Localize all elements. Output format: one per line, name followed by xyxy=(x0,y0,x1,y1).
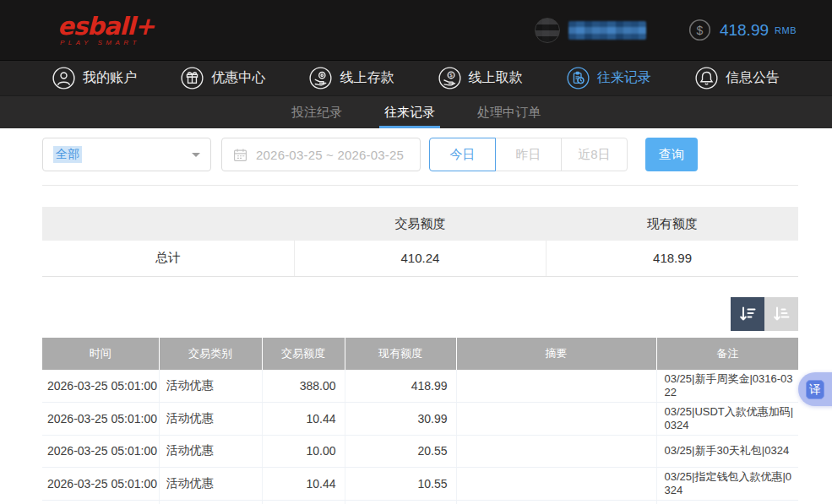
cell-time: 2026-03-25 05:01:00 xyxy=(42,402,159,435)
nav-item-my-account[interactable]: 我的账户 xyxy=(52,67,137,89)
sort-ascending-icon xyxy=(771,304,791,324)
sort-descending-icon xyxy=(737,304,758,324)
nav-item-promotions[interactable]: 优惠中心 xyxy=(181,67,265,89)
balance-amount: 418.99 xyxy=(720,21,769,40)
cell-type: 活动优惠 xyxy=(159,467,262,500)
nav-label: 往来记录 xyxy=(597,69,651,87)
cell-time: 2026-03-25 05:01:00 xyxy=(42,467,159,500)
username-redacted xyxy=(568,21,646,40)
sort-ascending-button[interactable] xyxy=(764,297,798,331)
summary-header-row: 交易额度 现有额度 xyxy=(42,207,798,241)
cell-summary xyxy=(456,370,656,403)
cell-time: 2026-03-25 05:01:00 xyxy=(42,370,159,403)
cell-time: 2026-03-25 05:01:00 xyxy=(42,435,159,467)
nav-item-announcements[interactable]: 信息公告 xyxy=(695,67,780,89)
brand-tagline: PLAY SMART xyxy=(60,39,154,46)
cell-remark: 03/25|新手周奖金|0316-0322 xyxy=(656,370,798,403)
records-header-row: 时间 交易类别 交易额度 现有额度 摘要 备注 xyxy=(42,338,798,370)
table-row: 2026-03-25 05:01:00 活动优惠 388.00 418.99 0… xyxy=(42,370,798,403)
cell-remark: 03/25|新手30天礼包|0324 xyxy=(656,435,798,467)
records-table: 时间 交易类别 交易额度 现有额度 摘要 备注 2026-03-25 05:01… xyxy=(42,338,798,504)
nav-item-transaction-records[interactable]: 往来记录 xyxy=(567,67,651,89)
col-transaction-amount: 交易额度 xyxy=(262,338,345,370)
user-icon xyxy=(52,67,75,89)
cell-type: 活动优惠 xyxy=(159,370,262,403)
records-clipboard-clock-icon xyxy=(567,67,590,89)
cell-transaction-amount: 10.00 xyxy=(262,435,345,467)
summary-header-empty xyxy=(42,207,294,241)
cell-remark: 03/25|USDT入款优惠加码|0324 xyxy=(656,402,798,435)
cell-remark: 03/25|指定钱包入款优惠|0324 xyxy=(656,467,798,500)
col-time: 时间 xyxy=(42,338,159,370)
chevron-down-icon xyxy=(192,153,200,161)
sort-descending-button[interactable] xyxy=(731,297,764,331)
svg-text:$: $ xyxy=(697,24,704,37)
yesterday-button[interactable]: 昨日 xyxy=(495,138,562,171)
main-navigation: 我的账户 优惠中心 线上存款 $ 线上取款 往来记录 xyxy=(0,60,832,95)
sub-navigation: 投注纪录 往来记录 处理中订单 xyxy=(0,95,832,128)
cell-current-amount: 30.99 xyxy=(345,402,456,435)
avatar[interactable] xyxy=(535,18,560,43)
quick-date-group: 今日 昨日 近8日 xyxy=(429,138,628,171)
table-row-partial xyxy=(42,500,798,504)
col-current-amount: 现有额度 xyxy=(345,338,456,370)
balance-currency: RMB xyxy=(775,25,797,35)
sort-controls xyxy=(42,297,798,331)
cell-type: 活动优惠 xyxy=(159,435,262,467)
translate-fab[interactable]: 译 xyxy=(798,372,832,406)
nav-label: 信息公告 xyxy=(726,69,780,87)
last-8-days-button[interactable]: 近8日 xyxy=(561,138,628,171)
filter-row: 全部 2026-03-25 ~ 2026-03-25 今日 昨日 近8日 查询 xyxy=(42,138,798,171)
cell-summary xyxy=(456,435,656,467)
cell-transaction-amount: 10.44 xyxy=(262,402,345,435)
table-row: 2026-03-25 05:01:00 活动优惠 10.44 30.99 03/… xyxy=(42,402,798,435)
cell-transaction-amount: 388.00 xyxy=(262,370,345,403)
category-select[interactable]: 全部 xyxy=(42,138,211,171)
cell-current-amount: 20.55 xyxy=(345,435,456,467)
col-summary: 摘要 xyxy=(456,338,656,370)
summary-total-current: 418.99 xyxy=(547,241,798,276)
tab-pending-orders[interactable]: 处理中订单 xyxy=(456,96,562,128)
query-button[interactable]: 查询 xyxy=(645,138,698,171)
summary-table: 交易额度 现有额度 总计 410.24 418.99 xyxy=(42,207,798,277)
top-bar: esball+ PLAY SMART $ 418.99 RMB xyxy=(0,0,832,60)
nav-label: 优惠中心 xyxy=(211,69,265,87)
table-row: 2026-03-25 05:01:00 活动优惠 10.44 10.55 03/… xyxy=(42,467,798,500)
brand-logo[interactable]: esball+ PLAY SMART xyxy=(57,14,154,46)
svg-text:$: $ xyxy=(449,72,453,78)
tab-bet-records[interactable]: 投注纪录 xyxy=(270,96,363,128)
balance-group: $ 418.99 RMB xyxy=(688,19,797,41)
deposit-coin-hand-icon xyxy=(309,67,332,89)
cell-current-amount: 10.55 xyxy=(345,467,456,500)
cell-transaction-amount: 10.44 xyxy=(262,467,345,500)
summary-total-row: 总计 410.24 418.99 xyxy=(42,241,798,276)
page: esball+ PLAY SMART $ 418.99 RMB 我的账户 xyxy=(0,0,832,504)
cell-summary xyxy=(456,467,656,500)
cell-current-amount: 418.99 xyxy=(345,370,456,403)
content: 全部 2026-03-25 ~ 2026-03-25 今日 昨日 近8日 查询 xyxy=(0,128,832,504)
section-divider xyxy=(42,185,798,186)
dollar-coin-icon: $ xyxy=(688,19,711,41)
summary-header-current: 现有额度 xyxy=(547,207,798,241)
date-range-value: 2026-03-25 ~ 2026-03-25 xyxy=(256,148,404,162)
category-select-value: 全部 xyxy=(53,146,82,163)
nav-item-deposit[interactable]: 线上存款 xyxy=(309,67,394,89)
nav-label: 线上存款 xyxy=(340,69,394,87)
nav-label: 线上取款 xyxy=(469,69,523,87)
withdraw-coin-hand-icon: $ xyxy=(438,67,461,89)
nav-item-withdraw[interactable]: $ 线上取款 xyxy=(438,67,523,89)
date-range-input[interactable]: 2026-03-25 ~ 2026-03-25 xyxy=(221,138,421,171)
brand-name: esball+ xyxy=(57,14,154,39)
summary-header-transaction: 交易额度 xyxy=(294,207,546,241)
user-area: $ 418.99 RMB xyxy=(535,18,797,43)
translate-icon: 译 xyxy=(806,380,824,399)
calendar-icon xyxy=(233,148,247,162)
cell-summary xyxy=(456,402,656,435)
col-remark: 备注 xyxy=(656,338,798,370)
summary-total-label: 总计 xyxy=(42,241,294,276)
today-button[interactable]: 今日 xyxy=(429,138,496,171)
summary-total-transaction: 410.24 xyxy=(294,241,546,276)
tab-transaction-records[interactable]: 往来记录 xyxy=(363,96,456,128)
nav-label: 我的账户 xyxy=(83,69,137,87)
cell-type: 活动优惠 xyxy=(159,402,262,435)
